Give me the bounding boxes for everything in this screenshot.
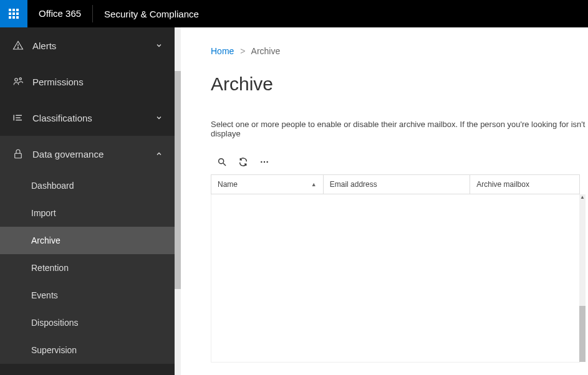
scroll-up-icon[interactable]: ▲: [579, 194, 586, 201]
chevron-down-icon: [155, 41, 163, 50]
sidebar-item-classifications[interactable]: Classifications: [0, 100, 175, 136]
subnav-item-label: Events: [31, 290, 58, 300]
subnav-data-governance: Dashboard Import Archive Retention Event…: [0, 172, 175, 364]
subnav-item-dispositions[interactable]: Dispositions: [0, 309, 175, 336]
table-scrollbar[interactable]: ▲: [579, 194, 586, 362]
lock-icon: [11, 147, 25, 161]
more-button[interactable]: [258, 156, 271, 168]
svg-point-9: [219, 159, 224, 164]
table-wrap: Name ▲ Email address Archive mailbox: [211, 174, 588, 363]
svg-line-10: [223, 163, 226, 166]
subnav-item-retention[interactable]: Retention: [0, 254, 175, 282]
waffle-icon: [9, 9, 19, 19]
subnav-item-events[interactable]: Events: [0, 282, 175, 309]
toolbar: [211, 156, 588, 168]
subnav-item-label: Archive: [31, 235, 60, 245]
svg-point-12: [264, 161, 265, 163]
sidebar-scrollbar-thumb[interactable]: [175, 71, 181, 289]
sidebar-item-label: Permissions: [32, 77, 163, 87]
main-content: Home > Archive Archive Select one or mor…: [181, 27, 588, 375]
breadcrumb-home-link[interactable]: Home: [211, 46, 234, 56]
svg-point-1: [17, 47, 18, 48]
topbar: Office 365 Security & Compliance: [0, 0, 588, 27]
subnav-item-label: Retention: [31, 263, 69, 273]
page-title: Archive: [211, 74, 588, 95]
subnav-item-archive[interactable]: Archive: [0, 227, 175, 254]
column-label: Name: [218, 180, 238, 189]
data-table: Name ▲ Email address Archive mailbox: [211, 174, 580, 194]
sidebar-item-label: Data governance: [32, 149, 155, 159]
search-button[interactable]: [216, 156, 228, 168]
table-scrollbar-thumb[interactable]: [579, 306, 586, 362]
sidebar-scrollbar[interactable]: [175, 27, 181, 375]
app-launcher-button[interactable]: [0, 0, 27, 27]
chevron-up-icon: [155, 150, 163, 158]
breadcrumb: Home > Archive: [211, 46, 588, 56]
subnav-item-supervision[interactable]: Supervision: [0, 336, 175, 364]
table-body: ▲: [211, 194, 580, 363]
breadcrumb-current: Archive: [251, 46, 281, 56]
subnav-item-label: Dispositions: [31, 318, 78, 328]
column-header-email[interactable]: Email address: [323, 175, 470, 194]
column-header-archive[interactable]: Archive mailbox: [470, 175, 580, 194]
svg-point-11: [261, 161, 262, 163]
subnav-item-dashboard[interactable]: Dashboard: [0, 172, 175, 199]
column-label: Email address: [330, 180, 377, 189]
ellipsis-icon: [259, 157, 269, 167]
search-icon: [217, 157, 227, 167]
column-header-name[interactable]: Name ▲: [211, 175, 324, 194]
sidebar-item-label: Classifications: [32, 113, 155, 123]
sidebar: Alerts Permissions: [0, 27, 175, 375]
sidebar-item-data-governance[interactable]: Data governance: [0, 136, 175, 172]
permissions-icon: [11, 75, 25, 88]
refresh-button[interactable]: [237, 156, 249, 168]
sidebar-item-label: Alerts: [32, 40, 155, 51]
svg-rect-8: [15, 153, 22, 158]
sort-asc-icon: ▲: [311, 181, 317, 188]
sidebar-wrap: Alerts Permissions: [0, 27, 181, 375]
column-label: Archive mailbox: [476, 180, 529, 189]
subnav-item-label: Import: [31, 208, 56, 218]
classifications-icon: [11, 111, 25, 125]
breadcrumb-separator: >: [240, 46, 245, 56]
brand-label[interactable]: Office 365: [27, 5, 93, 22]
subnav-item-import[interactable]: Import: [0, 199, 175, 227]
chevron-down-icon: [155, 113, 163, 122]
svg-point-3: [19, 78, 21, 80]
alert-icon: [11, 39, 25, 52]
svg-point-2: [15, 78, 18, 82]
app-name-label: Security & Compliance: [93, 9, 210, 19]
sidebar-item-permissions[interactable]: Permissions: [0, 64, 175, 100]
subnav-item-label: Supervision: [31, 345, 77, 355]
refresh-icon: [238, 157, 248, 167]
subnav-item-label: Dashboard: [31, 181, 74, 191]
page-description: Select one or more people to enable or d…: [211, 120, 588, 138]
sidebar-item-alerts[interactable]: Alerts: [0, 27, 175, 64]
svg-point-13: [266, 161, 267, 163]
